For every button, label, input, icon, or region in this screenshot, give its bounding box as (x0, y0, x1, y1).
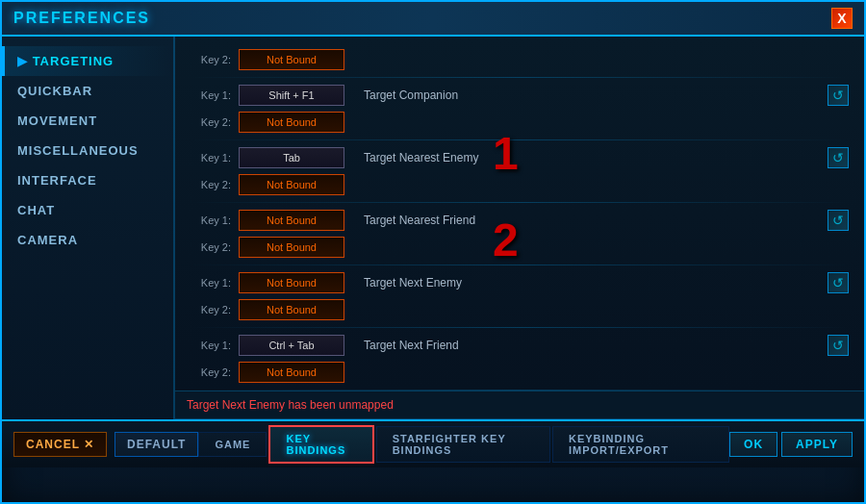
bottom-left-buttons: CANCEL ✕ DEFAULT (13, 432, 198, 457)
reset-button[interactable]: ↺ (828, 85, 849, 106)
key-label: Key 2: (191, 366, 231, 378)
key-label: Key 1: (191, 277, 231, 289)
key-label: Key 2: (191, 116, 231, 128)
binding-name-target-nearest-friend: Target Nearest Friend (364, 214, 820, 227)
key-button[interactable]: Tab (239, 147, 344, 168)
window-title: PREFERENCES (13, 10, 150, 27)
key-label: Key 2: (191, 241, 231, 253)
sidebar-item-chat[interactable]: CHAT (2, 195, 173, 225)
key-button[interactable]: Not Bound (239, 174, 344, 195)
reset-button[interactable]: ↺ (828, 210, 849, 231)
main-body: TARGETING QUICKBAR MOVEMENT MISCELLANEOU… (2, 37, 864, 419)
cancel-label: CANCEL (26, 438, 80, 451)
ok-button[interactable]: OK (729, 432, 777, 457)
sidebar-item-targeting[interactable]: TARGETING (2, 46, 173, 76)
close-button[interactable]: X (831, 8, 853, 29)
tab-key-bindings[interactable]: KEY BINDINGS (268, 425, 373, 464)
binding-row-key1: Key 1: Shift + F1 Target Companion ↺ (191, 82, 849, 109)
separator (191, 139, 849, 140)
key-button[interactable]: Not Bound (239, 272, 344, 293)
binding-group-target-nearest-enemy: Key 1: Tab Target Nearest Enemy ↺ Key 2:… (191, 144, 849, 198)
key-button[interactable]: Not Bound (239, 362, 344, 383)
key-button[interactable]: Not Bound (239, 237, 344, 258)
cancel-x-icon: ✕ (84, 438, 94, 451)
key-button[interactable]: Not Bound (239, 49, 344, 70)
sidebar: TARGETING QUICKBAR MOVEMENT MISCELLANEOU… (2, 37, 175, 419)
key-label: Key 2: (191, 179, 231, 190)
key-label: Key 1: (191, 89, 231, 101)
binding-group-target-next-friend: Key 1: Ctrl + Tab Target Next Friend ↺ K… (191, 332, 849, 386)
binding-name-target-next-friend: Target Next Friend (364, 339, 820, 352)
tab-keybinding-import[interactable]: KEYBINDING IMPORT/EXPORT (552, 426, 729, 463)
key-button[interactable]: Ctrl + Tab (239, 335, 344, 356)
key-label: Key 2: (191, 304, 231, 315)
binding-group-0: Key 2: Not Bound (191, 46, 849, 73)
key-label: Key 1: (191, 340, 231, 351)
binding-name-target-companion: Target Companion (364, 88, 820, 102)
binding-row-key2: Key 2: Not Bound (191, 171, 849, 198)
binding-row-key1: Key 1: Not Bound Target Nearest Friend ↺ (191, 207, 849, 234)
bindings-content: Key 2: Not Bound Key 1: Shift + F1 Targe… (175, 37, 864, 391)
title-bar: PREFERENCES X (2, 2, 864, 37)
binding-row: Key 2: Not Bound (191, 46, 849, 73)
key-button[interactable]: Not Bound (239, 210, 344, 231)
sidebar-item-quickbar[interactable]: QUICKBAR (2, 76, 173, 106)
binding-group-target-next-enemy: Key 1: Not Bound Target Next Enemy ↺ Key… (191, 269, 849, 323)
apply-button[interactable]: APPLY (781, 432, 853, 457)
preferences-window: PREFERENCES X TARGETING QUICKBAR MOVEMEN… (0, 0, 866, 504)
key-button[interactable]: Shift + F1 (239, 85, 344, 106)
cancel-button[interactable]: CANCEL ✕ (13, 432, 107, 457)
key-button[interactable]: Not Bound (239, 112, 344, 133)
sidebar-item-movement[interactable]: MOVEMENT (2, 106, 173, 136)
sidebar-item-miscellaneous[interactable]: MISCELLANEOUS (2, 136, 173, 165)
binding-row-key2: Key 2: Not Bound (191, 109, 849, 136)
separator (191, 265, 849, 265)
key-label: Key 2: (191, 54, 231, 65)
bottom-bar: CANCEL ✕ DEFAULT GAME KEY BINDINGS STARF… (2, 419, 864, 467)
content-wrap: Key 2: Not Bound Key 1: Shift + F1 Targe… (175, 37, 864, 419)
binding-group-target-companion: Key 1: Shift + F1 Target Companion ↺ Key… (191, 82, 849, 136)
binding-row-key2: Key 2: Not Bound (191, 359, 849, 386)
tab-starfighter[interactable]: STARFIGHTER KEY BINDINGS (376, 426, 550, 463)
binding-group-target-nearest-friend: Key 1: Not Bound Target Nearest Friend ↺… (191, 207, 849, 261)
separator (191, 202, 849, 203)
key-button[interactable]: Not Bound (239, 299, 344, 320)
binding-row-key1: Key 1: Ctrl + Tab Target Next Friend ↺ (191, 332, 849, 359)
binding-name-target-next-enemy: Target Next Enemy (364, 276, 820, 290)
sidebar-item-interface[interactable]: INTERFACE (2, 165, 173, 195)
key-label: Key 1: (191, 152, 231, 164)
separator (191, 77, 849, 78)
binding-row-key2: Key 2: Not Bound (191, 296, 849, 323)
status-bar: Target Next Enemy has been unmapped (175, 391, 864, 419)
reset-button[interactable]: ↺ (828, 147, 849, 168)
sidebar-item-camera[interactable]: CAMERA (2, 225, 173, 255)
tab-bar: GAME KEY BINDINGS STARFIGHTER KEY BINDIN… (198, 425, 729, 464)
binding-row-key1: Key 1: Tab Target Nearest Enemy ↺ (191, 144, 849, 171)
reset-button[interactable]: ↺ (828, 272, 849, 293)
default-button[interactable]: DEFAULT (115, 432, 198, 457)
binding-row-key1: Key 1: Not Bound Target Next Enemy ↺ (191, 269, 849, 296)
separator (191, 327, 849, 328)
status-message: Target Next Enemy has been unmapped (187, 398, 394, 412)
reset-button[interactable]: ↺ (828, 335, 849, 356)
action-buttons: OK APPLY (729, 432, 853, 457)
tab-game[interactable]: GAME (198, 432, 267, 457)
key-label: Key 1: (191, 214, 231, 226)
binding-row-key2: Key 2: Not Bound (191, 234, 849, 261)
binding-name-target-nearest-enemy: Target Nearest Enemy (364, 151, 820, 164)
